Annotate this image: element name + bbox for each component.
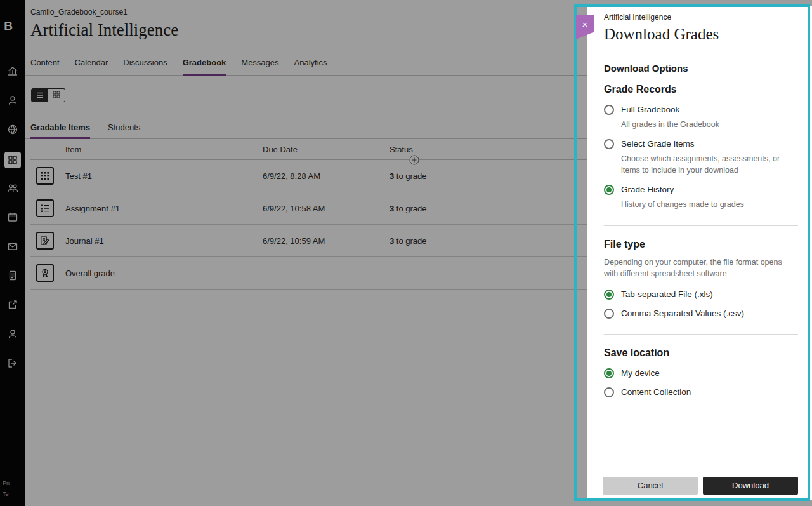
radio-icon[interactable] xyxy=(604,290,614,300)
radio-label: My device xyxy=(621,368,660,378)
radio-description: Choose which assignments, assessments, o… xyxy=(621,153,798,176)
panel-body: Download Options Grade Records Full Grad… xyxy=(587,51,812,397)
radio-label: Content Collection xyxy=(621,387,691,397)
file-type-heading: File type xyxy=(604,239,798,250)
radio-description: History of changes made to grades xyxy=(621,199,744,210)
radio-full-gradebook[interactable]: Full Gradebook All grades in the Gradebo… xyxy=(604,105,798,130)
save-location-radiogroup: My device Content Collection xyxy=(604,368,798,397)
file-type-description: Depending on your computer, the file for… xyxy=(604,256,794,279)
radio-label: Tab-separated File (.xls) xyxy=(621,290,713,300)
close-icon: × xyxy=(582,20,588,29)
radio-comma-separated[interactable]: Comma Separated Values (.csv) xyxy=(604,309,798,319)
radio-icon[interactable] xyxy=(604,368,614,378)
panel-footer: Cancel Download xyxy=(587,470,812,500)
radio-icon[interactable] xyxy=(604,309,614,319)
download-button[interactable]: Download xyxy=(703,477,798,495)
radio-select-grade-items[interactable]: Select Grade Items Choose which assignme… xyxy=(604,139,798,176)
radio-my-device[interactable]: My device xyxy=(604,368,798,378)
panel-header: Artificial Intelligence Download Grades xyxy=(587,6,812,51)
radio-label: Full Gradebook xyxy=(621,105,719,115)
cancel-button[interactable]: Cancel xyxy=(603,477,698,495)
download-options-heading: Download Options xyxy=(604,63,798,74)
radio-tab-separated[interactable]: Tab-separated File (.xls) xyxy=(604,290,798,300)
radio-icon[interactable] xyxy=(604,185,614,195)
divider xyxy=(604,225,798,226)
radio-label: Comma Separated Values (.csv) xyxy=(621,309,744,319)
panel-title: Download Grades xyxy=(604,25,797,43)
panel-course-context: Artificial Intelligence xyxy=(604,13,797,22)
radio-content-collection[interactable]: Content Collection xyxy=(604,387,798,397)
file-type-radiogroup: Tab-separated File (.xls) Comma Separate… xyxy=(604,290,798,319)
divider xyxy=(604,334,798,335)
grade-records-heading: Grade Records xyxy=(604,84,798,95)
save-location-heading: Save location xyxy=(604,347,798,359)
radio-grade-history[interactable]: Grade History History of changes made to… xyxy=(604,185,798,210)
radio-description: All grades in the Gradebook xyxy=(621,119,719,130)
radio-label: Select Grade Items xyxy=(621,139,798,149)
radio-icon[interactable] xyxy=(604,387,614,397)
radio-icon[interactable] xyxy=(604,105,614,115)
radio-label: Grade History xyxy=(621,185,744,195)
radio-icon[interactable] xyxy=(604,139,614,149)
grade-records-radiogroup: Full Gradebook All grades in the Gradebo… xyxy=(604,105,798,210)
download-grades-panel: Artificial Intelligence Download Grades … xyxy=(587,6,812,500)
